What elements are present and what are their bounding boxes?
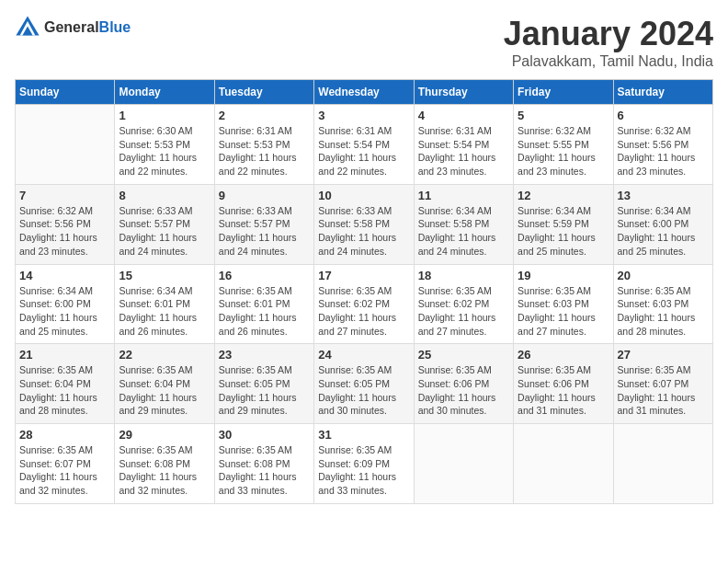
day-info: Sunrise: 6:35 AM Sunset: 6:03 PM Dayligh… — [518, 284, 609, 339]
calendar-cell: 6Sunrise: 6:32 AM Sunset: 5:56 PM Daylig… — [613, 105, 712, 185]
day-number: 13 — [618, 189, 709, 202]
calendar-week-row: 7Sunrise: 6:32 AM Sunset: 5:56 PM Daylig… — [16, 184, 713, 264]
day-number: 9 — [219, 189, 310, 202]
day-number: 1 — [119, 109, 210, 122]
calendar-week-row: 1Sunrise: 6:30 AM Sunset: 5:53 PM Daylig… — [16, 105, 713, 185]
day-info: Sunrise: 6:31 AM Sunset: 5:54 PM Dayligh… — [318, 124, 409, 178]
calendar-header-row: SundayMondayTuesdayWednesdayThursdayFrid… — [16, 80, 713, 105]
day-info: Sunrise: 6:34 AM Sunset: 6:00 PM Dayligh… — [19, 284, 110, 339]
calendar-cell: 17Sunrise: 6:35 AM Sunset: 6:02 PM Dayli… — [314, 264, 414, 344]
calendar-cell: 19Sunrise: 6:35 AM Sunset: 6:03 PM Dayli… — [514, 264, 613, 344]
day-number: 24 — [318, 348, 409, 362]
header-day-thursday: Thursday — [414, 80, 513, 105]
header-day-friday: Friday — [514, 80, 613, 105]
day-info: Sunrise: 6:32 AM Sunset: 5:55 PM Dayligh… — [518, 124, 609, 178]
header-day-sunday: Sunday — [16, 80, 115, 105]
day-info: Sunrise: 6:32 AM Sunset: 5:56 PM Dayligh… — [618, 124, 709, 178]
calendar-cell: 12Sunrise: 6:34 AM Sunset: 5:59 PM Dayli… — [514, 184, 613, 264]
day-info: Sunrise: 6:32 AM Sunset: 5:56 PM Dayligh… — [19, 204, 110, 259]
calendar-week-row: 14Sunrise: 6:34 AM Sunset: 6:00 PM Dayli… — [16, 264, 713, 344]
calendar-cell: 1Sunrise: 6:30 AM Sunset: 5:53 PM Daylig… — [115, 105, 214, 185]
calendar-cell — [414, 424, 513, 504]
day-info: Sunrise: 6:34 AM Sunset: 6:01 PM Dayligh… — [119, 284, 210, 339]
day-number: 22 — [119, 348, 210, 362]
day-number: 4 — [418, 109, 509, 122]
day-number: 11 — [418, 189, 509, 202]
day-info: Sunrise: 6:34 AM Sunset: 5:59 PM Dayligh… — [518, 204, 609, 259]
day-number: 19 — [518, 269, 609, 282]
day-info: Sunrise: 6:30 AM Sunset: 5:53 PM Dayligh… — [119, 124, 210, 178]
calendar-cell: 23Sunrise: 6:35 AM Sunset: 6:05 PM Dayli… — [214, 344, 313, 424]
calendar-cell: 4Sunrise: 6:31 AM Sunset: 5:54 PM Daylig… — [414, 105, 513, 185]
day-info: Sunrise: 6:35 AM Sunset: 6:05 PM Dayligh… — [219, 363, 310, 418]
calendar-cell: 25Sunrise: 6:35 AM Sunset: 6:06 PM Dayli… — [414, 344, 513, 424]
calendar-cell: 22Sunrise: 6:35 AM Sunset: 6:04 PM Dayli… — [115, 344, 214, 424]
calendar-cell: 14Sunrise: 6:34 AM Sunset: 6:00 PM Dayli… — [16, 264, 115, 344]
calendar-cell: 7Sunrise: 6:32 AM Sunset: 5:56 PM Daylig… — [16, 184, 115, 264]
day-info: Sunrise: 6:33 AM Sunset: 5:57 PM Dayligh… — [219, 204, 310, 259]
day-info: Sunrise: 6:35 AM Sunset: 6:06 PM Dayligh… — [518, 363, 609, 418]
calendar-cell: 15Sunrise: 6:34 AM Sunset: 6:01 PM Dayli… — [115, 264, 214, 344]
calendar-table: SundayMondayTuesdayWednesdayThursdayFrid… — [15, 79, 713, 504]
header-day-tuesday: Tuesday — [214, 80, 313, 105]
day-info: Sunrise: 6:35 AM Sunset: 6:08 PM Dayligh… — [219, 443, 310, 498]
day-number: 16 — [219, 269, 310, 282]
day-number: 15 — [119, 269, 210, 282]
day-info: Sunrise: 6:31 AM Sunset: 5:54 PM Dayligh… — [418, 124, 509, 178]
day-info: Sunrise: 6:34 AM Sunset: 6:00 PM Dayligh… — [618, 204, 709, 259]
calendar-cell — [514, 424, 613, 504]
day-number: 25 — [418, 348, 509, 362]
calendar-cell: 13Sunrise: 6:34 AM Sunset: 6:00 PM Dayli… — [613, 184, 712, 264]
day-info: Sunrise: 6:35 AM Sunset: 6:07 PM Dayligh… — [19, 443, 110, 498]
day-number: 14 — [19, 269, 110, 282]
day-number: 10 — [318, 189, 409, 202]
calendar-cell: 20Sunrise: 6:35 AM Sunset: 6:03 PM Dayli… — [613, 264, 712, 344]
day-number: 3 — [318, 109, 409, 122]
calendar-cell: 24Sunrise: 6:35 AM Sunset: 6:05 PM Dayli… — [314, 344, 414, 424]
calendar-cell: 31Sunrise: 6:35 AM Sunset: 6:09 PM Dayli… — [314, 424, 414, 504]
calendar-cell: 28Sunrise: 6:35 AM Sunset: 6:07 PM Dayli… — [16, 424, 115, 504]
day-number: 31 — [318, 428, 409, 442]
calendar-cell: 10Sunrise: 6:33 AM Sunset: 5:58 PM Dayli… — [314, 184, 414, 264]
calendar-week-row: 28Sunrise: 6:35 AM Sunset: 6:07 PM Dayli… — [16, 424, 713, 504]
calendar-cell: 27Sunrise: 6:35 AM Sunset: 6:07 PM Dayli… — [613, 344, 712, 424]
calendar-week-row: 21Sunrise: 6:35 AM Sunset: 6:04 PM Dayli… — [16, 344, 713, 424]
day-info: Sunrise: 6:35 AM Sunset: 6:01 PM Dayligh… — [219, 284, 310, 339]
day-info: Sunrise: 6:35 AM Sunset: 6:02 PM Dayligh… — [318, 284, 409, 339]
day-number: 2 — [219, 109, 310, 122]
sub-title: Palavakkam, Tamil Nadu, India — [504, 53, 713, 70]
calendar-cell: 21Sunrise: 6:35 AM Sunset: 6:04 PM Dayli… — [16, 344, 115, 424]
day-number: 12 — [518, 189, 609, 202]
day-number: 18 — [418, 269, 509, 282]
day-number: 6 — [618, 109, 709, 122]
main-title: January 2024 — [504, 15, 713, 53]
day-info: Sunrise: 6:31 AM Sunset: 5:53 PM Dayligh… — [219, 124, 310, 178]
day-number: 5 — [518, 109, 609, 122]
day-info: Sunrise: 6:35 AM Sunset: 6:04 PM Dayligh… — [119, 363, 210, 418]
day-info: Sunrise: 6:35 AM Sunset: 6:04 PM Dayligh… — [19, 363, 110, 418]
day-info: Sunrise: 6:33 AM Sunset: 5:58 PM Dayligh… — [318, 204, 409, 259]
calendar-cell: 30Sunrise: 6:35 AM Sunset: 6:08 PM Dayli… — [214, 424, 313, 504]
logo-icon — [15, 15, 40, 40]
day-info: Sunrise: 6:35 AM Sunset: 6:08 PM Dayligh… — [119, 443, 210, 498]
day-info: Sunrise: 6:35 AM Sunset: 6:06 PM Dayligh… — [418, 363, 509, 418]
header-day-monday: Monday — [115, 80, 214, 105]
day-number: 23 — [219, 348, 310, 362]
day-info: Sunrise: 6:35 AM Sunset: 6:02 PM Dayligh… — [418, 284, 509, 339]
calendar-cell: 18Sunrise: 6:35 AM Sunset: 6:02 PM Dayli… — [414, 264, 513, 344]
logo-general: GeneralBlue — [44, 19, 131, 36]
header-day-wednesday: Wednesday — [314, 80, 414, 105]
calendar-cell — [613, 424, 712, 504]
day-info: Sunrise: 6:34 AM Sunset: 5:58 PM Dayligh… — [418, 204, 509, 259]
calendar-cell: 29Sunrise: 6:35 AM Sunset: 6:08 PM Dayli… — [115, 424, 214, 504]
logo: GeneralBlue — [15, 15, 131, 40]
day-info: Sunrise: 6:35 AM Sunset: 6:05 PM Dayligh… — [318, 363, 409, 418]
day-number: 8 — [119, 189, 210, 202]
calendar-cell: 5Sunrise: 6:32 AM Sunset: 5:55 PM Daylig… — [514, 105, 613, 185]
day-number: 7 — [19, 189, 110, 202]
day-number: 17 — [318, 269, 409, 282]
calendar-cell: 3Sunrise: 6:31 AM Sunset: 5:54 PM Daylig… — [314, 105, 414, 185]
day-number: 28 — [19, 428, 110, 442]
calendar-cell: 26Sunrise: 6:35 AM Sunset: 6:06 PM Dayli… — [514, 344, 613, 424]
day-number: 26 — [518, 348, 609, 362]
